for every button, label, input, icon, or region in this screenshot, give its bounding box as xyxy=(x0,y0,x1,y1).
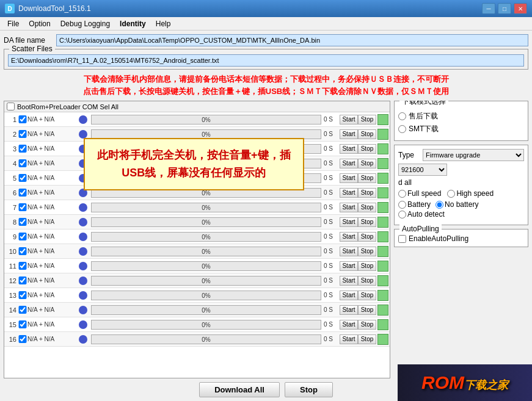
row-checkbox[interactable] xyxy=(18,203,27,211)
scatter-files-input[interactable] xyxy=(8,54,524,67)
mode-radio-1[interactable] xyxy=(398,112,406,120)
row-checkbox[interactable] xyxy=(18,189,27,197)
row-progress-bar: 0% xyxy=(91,115,321,125)
row-stop-button[interactable]: Stop xyxy=(358,188,376,198)
row-start-button[interactable]: Start xyxy=(340,261,358,271)
row-stop-button[interactable]: Stop xyxy=(358,159,376,168)
row-start-button[interactable]: Start xyxy=(340,129,358,139)
row-stop-button[interactable]: Stop xyxy=(358,334,376,344)
row-checkbox[interactable] xyxy=(18,115,27,123)
enable-autopulling-checkbox[interactable] xyxy=(398,235,406,243)
row-num: 14 xyxy=(5,306,16,314)
row-stop-button[interactable]: Stop xyxy=(358,320,376,330)
battery-radio[interactable] xyxy=(398,201,406,209)
warning-line1: 下载会清除手机内部信息，请提前备份电话本短信等数据；下载过程中，务必保持ＵＳＢ连… xyxy=(4,73,528,85)
row-start-button[interactable]: Start xyxy=(340,276,358,286)
row-name: N/A + N/A xyxy=(27,292,76,298)
row-num: 4 xyxy=(5,160,16,167)
row-stop-button[interactable]: Stop xyxy=(358,144,376,154)
speed-select[interactable]: 921600 460800 230400 115200 xyxy=(398,164,447,176)
row-name: N/A + N/A xyxy=(27,131,76,137)
no-battery-radio[interactable] xyxy=(435,201,443,209)
row-start-button[interactable]: Start xyxy=(340,247,358,256)
row-start-button[interactable]: Start xyxy=(340,115,358,125)
row-dot xyxy=(79,291,87,300)
row-checkbox[interactable] xyxy=(18,159,27,167)
row-stop-button[interactable]: Stop xyxy=(358,115,376,125)
menu-bar: File Option Debug Logging Identity Help xyxy=(0,17,532,31)
row-percent: 0% xyxy=(202,247,210,257)
stop-button[interactable]: Stop xyxy=(285,382,333,397)
row-stop-button[interactable]: Stop xyxy=(358,276,376,286)
row-checkbox[interactable] xyxy=(18,320,27,328)
row-stop-button[interactable]: Stop xyxy=(358,247,376,256)
row-name: N/A + N/A xyxy=(27,116,76,123)
row-progress-bar: 0% xyxy=(91,276,321,286)
row-checkbox[interactable] xyxy=(18,291,27,299)
row-time: 0 S xyxy=(324,233,338,240)
row-checkbox[interactable] xyxy=(18,145,27,153)
auto-detect-radio[interactable] xyxy=(398,211,406,219)
row-start-button[interactable]: Start xyxy=(340,217,358,227)
row-status-indicator xyxy=(377,261,388,272)
row-checkbox[interactable] xyxy=(18,174,27,182)
high-speed-radio[interactable] xyxy=(447,190,455,198)
row-time: 0 S xyxy=(324,175,338,181)
row-checkbox[interactable] xyxy=(18,262,27,270)
row-stop-button[interactable]: Stop xyxy=(358,203,376,212)
da-file-input[interactable] xyxy=(56,34,528,46)
row-stop-button[interactable]: Stop xyxy=(358,217,376,227)
row-start-button[interactable]: Start xyxy=(340,144,358,154)
row-checkbox[interactable] xyxy=(18,247,27,255)
row-checkbox[interactable] xyxy=(18,130,27,138)
row-start-button[interactable]: Start xyxy=(340,305,358,315)
menu-option[interactable]: Option xyxy=(24,18,55,29)
row-start-button[interactable]: Start xyxy=(340,203,358,212)
row-name: N/A + N/A xyxy=(27,262,76,269)
type-select[interactable]: Firmware upgrade Download only Format on… xyxy=(423,149,524,161)
menu-help[interactable]: Help xyxy=(151,18,176,29)
menu-identity[interactable]: Identity xyxy=(115,18,151,29)
maximize-button[interactable]: □ xyxy=(498,3,511,14)
window-title: DownloadTool_1516.1 xyxy=(18,4,482,13)
close-button[interactable]: ✕ xyxy=(514,3,527,14)
mode-option-2: SMT下载 xyxy=(398,124,524,134)
full-speed-opt: Full speed xyxy=(398,189,441,198)
minimize-button[interactable]: ─ xyxy=(482,3,495,14)
row-start-button[interactable]: Start xyxy=(340,232,358,242)
row-stop-button[interactable]: Stop xyxy=(358,261,376,271)
row-checkbox[interactable] xyxy=(18,233,27,240)
row-checkbox[interactable] xyxy=(18,218,27,226)
row-name: N/A + N/A xyxy=(27,189,76,196)
row-dot xyxy=(79,247,87,256)
row-stop-button[interactable]: Stop xyxy=(358,305,376,315)
row-start-button[interactable]: Start xyxy=(340,334,358,344)
row-name: N/A + N/A xyxy=(27,145,76,152)
row-start-button[interactable]: Start xyxy=(340,159,358,168)
row-stop-button[interactable]: Stop xyxy=(358,232,376,242)
row-checkbox[interactable] xyxy=(18,276,27,284)
row-checkbox[interactable] xyxy=(18,335,27,343)
row-start-button[interactable]: Start xyxy=(340,188,358,198)
row-checkbox[interactable] xyxy=(18,306,27,314)
row-start-button[interactable]: Start xyxy=(340,320,358,330)
row-stop-button[interactable]: Stop xyxy=(358,291,376,300)
row-stop-button[interactable]: Stop xyxy=(358,129,376,139)
row-progress-bar: 0% xyxy=(91,217,321,227)
mode-radio-2[interactable] xyxy=(398,125,406,133)
row-name: N/A + N/A xyxy=(27,233,76,240)
row-percent: 0% xyxy=(202,233,210,242)
row-start-button[interactable]: Start xyxy=(340,173,358,183)
enable-autopulling-label: EnableAutoPulling xyxy=(409,234,468,243)
menu-file[interactable]: File xyxy=(2,18,24,29)
select-all-checkbox[interactable] xyxy=(7,103,15,110)
row-status-indicator xyxy=(377,143,388,154)
row-stop-button[interactable]: Stop xyxy=(358,173,376,183)
download-all-button[interactable]: Download All xyxy=(199,382,280,397)
row-start-button[interactable]: Start xyxy=(340,291,358,300)
menu-debug-logging[interactable]: Debug Logging xyxy=(56,18,115,29)
row-time: 0 S xyxy=(324,262,338,269)
row-time: 0 S xyxy=(324,336,338,342)
row-status-indicator xyxy=(377,173,388,184)
full-speed-radio[interactable] xyxy=(398,190,406,198)
